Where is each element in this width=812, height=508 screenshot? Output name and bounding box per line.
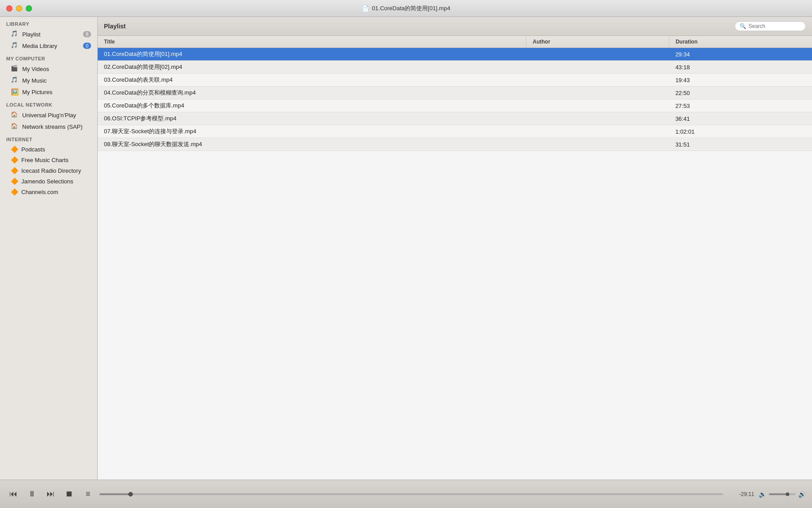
titlebar-buttons: [6, 5, 32, 12]
track-author: [526, 138, 669, 151]
track-title: 01.CoreData的简使用[01].mp4: [98, 48, 526, 61]
progress-area[interactable]: [100, 493, 723, 495]
track-duration: 29:34: [669, 48, 812, 61]
playlist-icon: 🎵: [11, 30, 19, 38]
title-column-header: Title: [98, 36, 526, 48]
sidebar-item-my-pictures-label: My Pictures: [22, 89, 91, 95]
my-pictures-icon: 🖼️: [11, 88, 19, 96]
content-header: Playlist 🔍: [98, 17, 812, 36]
track-duration: 27:53: [669, 99, 812, 112]
sidebar-item-media-library[interactable]: 🎵 Media Library 0: [0, 40, 97, 52]
my-computer-section-header: MY COMPUTER: [0, 52, 97, 63]
sidebar-item-free-music-charts[interactable]: 🔶 Free Music Charts: [0, 155, 97, 165]
media-library-badge: 0: [83, 43, 91, 49]
bottom-bar: ⏮ ⏸ ⏭ ⏹ ≡ -29:11 🔈 🔊: [0, 480, 812, 508]
playlist-toggle-button[interactable]: ≡: [81, 487, 95, 501]
fast-forward-button[interactable]: ⏭: [44, 487, 58, 501]
minimize-button[interactable]: [16, 5, 22, 12]
search-input[interactable]: [748, 23, 802, 29]
free-music-charts-icon: 🔶: [11, 156, 18, 163]
track-duration: 36:41: [669, 112, 812, 125]
progress-track[interactable]: [100, 493, 723, 495]
window-icon: 📄: [362, 5, 369, 12]
sidebar-item-podcasts-label: Podcasts: [21, 146, 91, 153]
time-display: -29:11: [728, 491, 754, 497]
content-area: Playlist 🔍 Title Author Duration 01.Core…: [98, 17, 812, 480]
podcasts-icon: 🔶: [11, 146, 18, 153]
track-title: 07.聊天室-Socket的连接与登录.mp4: [98, 125, 526, 138]
channels-icon: 🔶: [11, 188, 18, 195]
table-row[interactable]: 01.CoreData的简使用[01].mp429:34: [98, 48, 812, 61]
sidebar-item-my-music-label: My Music: [22, 77, 91, 84]
volume-fill: [769, 493, 788, 495]
progress-thumb: [128, 492, 133, 496]
track-title: 05.CoreData的多个数据库.mp4: [98, 99, 526, 112]
icecast-icon: 🔶: [11, 167, 18, 174]
maximize-button[interactable]: [26, 5, 32, 12]
search-box[interactable]: 🔍: [735, 21, 806, 31]
upnp-icon: 🏠: [11, 111, 19, 119]
duration-column-header: Duration: [669, 36, 812, 48]
sidebar-item-channels-label: Channels.com: [21, 189, 91, 195]
sidebar-item-icecast[interactable]: 🔶 Icecast Radio Directory: [0, 165, 97, 176]
track-title: 04.CoreData的分页和模糊查询.mp4: [98, 87, 526, 99]
track-author: [526, 74, 669, 87]
search-icon: 🔍: [740, 23, 746, 29]
volume-max-icon: 🔊: [798, 491, 806, 498]
playlist-badge: 8: [83, 31, 91, 37]
sidebar-item-upnp[interactable]: 🏠 Universal Plug'n'Play: [0, 109, 97, 121]
local-network-section-header: LOCAL NETWORK: [0, 98, 97, 109]
table-header-row: Title Author Duration: [98, 36, 812, 48]
my-videos-icon: 🎬: [11, 65, 19, 73]
window-title: 01.CoreData的简使用[01].mp4: [372, 4, 450, 12]
sidebar-item-jamendo[interactable]: 🔶 Jamendo Selections: [0, 176, 97, 187]
jamendo-icon: 🔶: [11, 178, 18, 185]
table-row[interactable]: 06.OSI:TCPIP参考模型.mp436:41: [98, 112, 812, 125]
pause-button[interactable]: ⏸: [25, 487, 39, 501]
sidebar-item-network-streams[interactable]: 🏠 Network streams (SAP): [0, 121, 97, 132]
sidebar-item-channels[interactable]: 🔶 Channels.com: [0, 187, 97, 197]
internet-section-header: INTERNET: [0, 132, 97, 144]
track-title: 02.CoreData的简使用[02].mp4: [98, 61, 526, 74]
table-row[interactable]: 02.CoreData的简使用[02].mp443:18: [98, 61, 812, 74]
sidebar-item-playlist-label: Playlist: [22, 31, 80, 38]
media-library-icon: 🎵: [11, 42, 19, 50]
stop-button[interactable]: ⏹: [62, 487, 76, 501]
track-author: [526, 125, 669, 138]
playlist-table: Title Author Duration 01.CoreData的简使用[01…: [98, 36, 812, 480]
author-column-header: Author: [526, 36, 669, 48]
volume-thumb: [786, 492, 789, 496]
table-row[interactable]: 05.CoreData的多个数据库.mp427:53: [98, 99, 812, 112]
track-title: 03.CoreData的表关联.mp4: [98, 74, 526, 87]
sidebar-item-upnp-label: Universal Plug'n'Play: [22, 112, 91, 119]
network-streams-icon: 🏠: [11, 123, 19, 131]
volume-mute-icon: 🔈: [759, 491, 766, 498]
sidebar-item-free-music-charts-label: Free Music Charts: [21, 157, 91, 163]
sidebar: LIBRARY 🎵 Playlist 8 🎵 Media Library 0 M…: [0, 17, 98, 480]
close-button[interactable]: [6, 5, 12, 12]
rewind-button[interactable]: ⏮: [6, 487, 20, 501]
volume-track[interactable]: [769, 493, 796, 495]
track-title: 08.聊天室-Socket的聊天数据发送.mp4: [98, 138, 526, 151]
sidebar-item-podcasts[interactable]: 🔶 Podcasts: [0, 144, 97, 155]
track-author: [526, 48, 669, 61]
panel-title: Playlist: [104, 23, 126, 30]
sidebar-item-my-videos[interactable]: 🎬 My Videos: [0, 63, 97, 75]
sidebar-item-icecast-label: Icecast Radio Directory: [21, 167, 91, 174]
sidebar-item-jamendo-label: Jamendo Selections: [21, 178, 91, 185]
table-row[interactable]: 07.聊天室-Socket的连接与登录.mp41:02:01: [98, 125, 812, 138]
track-author: [526, 112, 669, 125]
table-row[interactable]: 04.CoreData的分页和模糊查询.mp422:50: [98, 87, 812, 99]
track-author: [526, 61, 669, 74]
sidebar-item-my-music[interactable]: 🎵 My Music: [0, 75, 97, 86]
table-row[interactable]: 03.CoreData的表关联.mp419:43: [98, 74, 812, 87]
sidebar-item-my-pictures[interactable]: 🖼️ My Pictures: [0, 86, 97, 98]
titlebar: 📄 01.CoreData的简使用[01].mp4: [0, 0, 812, 17]
track-duration: 31:51: [669, 138, 812, 151]
progress-fill: [100, 493, 131, 495]
sidebar-item-playlist[interactable]: 🎵 Playlist 8: [0, 28, 97, 40]
table-row[interactable]: 08.聊天室-Socket的聊天数据发送.mp431:51: [98, 138, 812, 151]
my-music-icon: 🎵: [11, 76, 19, 84]
track-author: [526, 87, 669, 99]
library-section-header: LIBRARY: [0, 17, 97, 28]
